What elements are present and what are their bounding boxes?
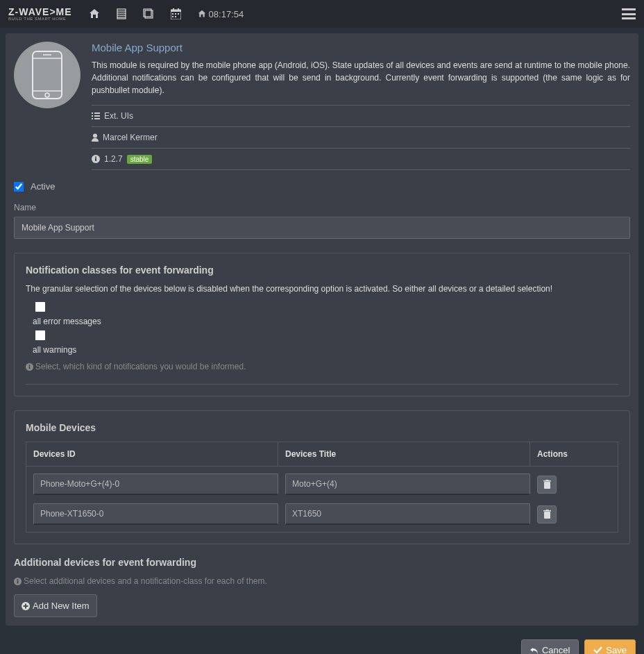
menu-icon[interactable] [622,8,636,19]
devices-section: Mobile Devices Devices ID Devices Title … [14,410,630,544]
svg-point-20 [45,93,49,97]
save-label: Save [606,645,627,654]
notification-help-text: Select, which kind of notifications you … [35,362,246,371]
home-icon[interactable] [89,8,100,19]
home-small-icon [198,10,206,18]
svg-rect-15 [178,8,179,10]
author-text: Marcel Kermer [103,133,158,142]
additional-help: Select additional devices and a notifica… [14,576,630,586]
cancel-label: Cancel [542,645,570,654]
svg-rect-45 [24,605,28,607]
errors-label: all error messages [33,317,618,326]
svg-rect-9 [172,13,173,15]
svg-rect-24 [94,115,100,117]
device-title-input[interactable] [285,503,530,525]
svg-rect-25 [92,118,93,119]
notification-desc: The granular selection of the devices be… [26,284,618,294]
active-checkbox[interactable] [14,182,24,192]
svg-rect-34 [544,482,550,489]
name-input[interactable] [14,217,630,239]
svg-rect-10 [175,13,176,15]
svg-rect-22 [94,112,100,114]
delete-button[interactable] [537,505,557,523]
svg-rect-23 [92,115,93,117]
svg-rect-13 [175,16,176,17]
table-row [29,469,615,499]
table-row [29,499,615,529]
phone-icon [32,51,62,99]
warnings-label: all warnings [33,345,618,355]
brand-logo[interactable]: Z-WAVE>ME BUILD THE SMART HOME [8,7,72,21]
add-item-button[interactable]: Add New Item [14,594,97,617]
svg-rect-37 [544,512,550,519]
additional-help-text: Select additional devices and a notifica… [24,576,267,586]
notification-help: Select, which kind of notifications you … [26,362,618,385]
info-icon [92,155,100,163]
brand-name: Z-WAVE>ME [8,7,72,17]
info-icon [14,578,22,585]
plus-circle-icon [22,602,30,610]
name-label: Name [14,203,630,212]
notification-section: Notification classes for event forwardin… [14,253,630,396]
svg-rect-21 [92,112,93,114]
check-icon [593,646,602,654]
module-category: Ext. UIs [92,105,630,126]
module-author: Marcel Kermer [92,126,630,148]
top-nav: Z-WAVE>ME BUILD THE SMART HOME 08:17:54 [0,0,644,28]
svg-point-27 [93,134,97,138]
info-icon [26,363,33,371]
col-header-id: Devices ID [26,442,278,466]
trash-icon [543,480,551,489]
additional-title: Additional devices for event forwarding [14,557,630,568]
active-label: Active [31,181,55,192]
svg-rect-29 [95,158,96,161]
delete-button[interactable] [537,476,557,494]
clock-time: 08:17:54 [209,9,244,19]
list-icon [92,112,100,119]
notification-title: Notification classes for event forwardin… [26,265,618,276]
svg-rect-33 [29,365,31,367]
undo-icon [530,646,539,655]
calendar-icon[interactable] [171,8,181,19]
svg-rect-32 [29,367,31,369]
trash-icon [543,510,551,519]
main-panel: Mobile App Support This module is requir… [6,33,638,626]
device-id-input[interactable] [33,503,278,525]
user-icon [92,133,99,142]
add-item-label: Add New Item [33,601,90,611]
svg-rect-36 [545,480,548,481]
module-title: Mobile App Support [92,42,630,53]
module-icon [14,42,80,108]
save-button[interactable]: Save [584,639,636,654]
device-title-input[interactable] [285,473,530,495]
warnings-checkbox[interactable] [35,330,45,340]
devices-title: Mobile Devices [26,422,618,433]
module-version: 1.2.7 stable [92,148,630,170]
svg-rect-12 [172,16,173,17]
module-description: This module is required by the mobile ph… [92,59,630,97]
additional-section: Additional devices for event forwarding … [14,557,630,617]
col-header-title: Devices Title [278,442,530,466]
device-id-input[interactable] [33,473,278,495]
svg-rect-11 [178,13,179,15]
svg-rect-42 [17,580,19,581]
rooms-icon[interactable] [143,8,154,19]
clock: 08:17:54 [198,9,244,19]
svg-rect-39 [545,510,548,511]
devices-table: Devices ID Devices Title Actions [26,442,618,533]
cancel-button[interactable]: Cancel [521,639,579,654]
maturity-badge: stable [127,155,153,164]
svg-rect-14 [173,8,174,10]
footer-actions: Cancel Save [6,637,638,654]
svg-rect-30 [95,157,96,158]
category-text: Ext. UIs [104,111,133,121]
version-text: 1.2.7 [104,154,123,164]
svg-rect-41 [17,581,19,584]
elements-icon[interactable] [117,8,126,19]
errors-checkbox[interactable] [35,302,45,312]
svg-rect-8 [171,10,181,12]
brand-tagline: BUILD THE SMART HOME [8,17,72,21]
col-header-actions: Actions [530,442,618,466]
svg-rect-26 [94,118,100,119]
